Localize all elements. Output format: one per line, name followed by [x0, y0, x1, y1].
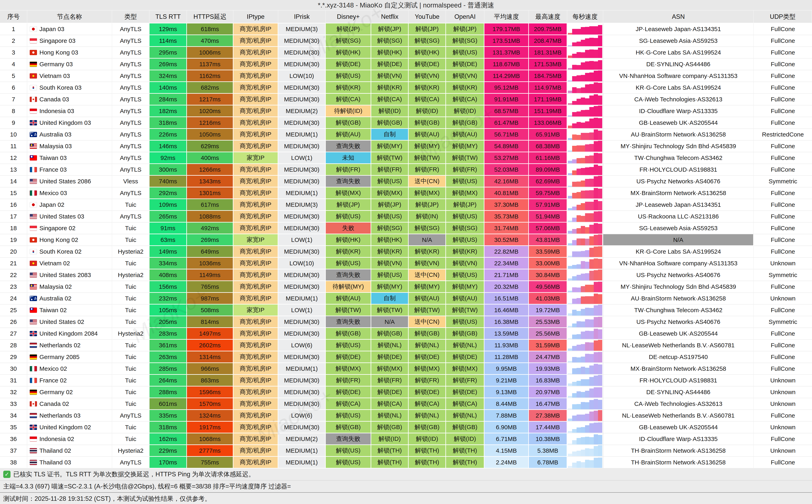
- speed-bar: [572, 416, 576, 421]
- cell-https-latency: 1497ms: [187, 328, 234, 340]
- cell-ip-type: 商宽/机房IP: [234, 398, 278, 410]
- cell-disney: 解锁(US): [326, 211, 371, 223]
- speed-bar: [576, 75, 581, 81]
- cell-speed-chart: [567, 398, 603, 410]
- speed-bar: [572, 368, 576, 374]
- cell-node-name: France 03: [27, 164, 112, 176]
- table-row: 35United Kingdom 02Tuic318ms1917ms商宽/机房I…: [0, 422, 812, 433]
- country-flag-icon: [30, 284, 37, 289]
- node-name-label: United States 02: [39, 318, 84, 325]
- cell-index: 30: [0, 363, 27, 375]
- cell-ip-risk: MEDIUM(30): [278, 386, 326, 398]
- cell-node-name: Canada 03: [27, 94, 112, 105]
- table-row: 28Netherlands 02Tuic361ms2602ms商宽/机房IPLO…: [0, 340, 812, 351]
- cell-disney: 解锁(TW): [326, 304, 371, 316]
- cell-youtube: 解锁(FR): [409, 375, 446, 386]
- cell-tls-rtt: 334ms: [149, 258, 187, 269]
- table-row: 30Mexico 02Tuic285ms966ms商宽/机房IPMEDIUM(1…: [0, 363, 812, 375]
- cell-index: 38: [0, 457, 27, 468]
- speed-bar: [581, 332, 585, 339]
- cell-max-speed: 16.47MB: [529, 398, 567, 410]
- cell-youtube: 解锁(AU): [409, 129, 446, 141]
- cell-index: 5: [0, 70, 27, 82]
- cell-ip-risk: MEDIUM(30): [278, 94, 326, 105]
- cell-udp-type: FullCone: [754, 187, 812, 199]
- table-row: 20South Korea 02Hysteria2149ms649ms商宽/机房…: [0, 246, 812, 258]
- cell-index: 8: [0, 105, 27, 117]
- speed-bar: [598, 422, 602, 433]
- col-header-netflix: Netflix: [371, 10, 409, 23]
- speed-bar: [598, 141, 602, 152]
- speed-bar: [576, 391, 581, 398]
- cell-udp-type: FullCone: [754, 340, 812, 351]
- table-row: 37Thailand 02Hysteria2229ms2777ms商宽/机房IP…: [0, 445, 812, 457]
- cell-youtube: 解锁(KR): [409, 82, 446, 94]
- cell-disney: 解锁(US): [326, 410, 371, 422]
- cell-ip-risk: MEDIUM(1): [278, 187, 326, 199]
- cell-asn: DE·SYNLINQ·AS44486: [603, 59, 754, 70]
- cell-avg-speed: 16.46MB: [484, 304, 529, 316]
- speed-bar: [572, 29, 576, 35]
- cell-asn: MX·BrainStorm Network·AS136258: [603, 363, 754, 375]
- node-name-label: Vietnam 02: [39, 260, 70, 267]
- cell-max-speed: 114.97MB: [529, 82, 567, 94]
- speed-bar: [572, 404, 576, 409]
- cell-ip-risk: MEDIUM(3): [278, 23, 326, 35]
- cell-youtube: 解锁(JP): [409, 199, 446, 211]
- cell-speed-chart: [567, 164, 603, 176]
- speed-bar: [572, 207, 576, 210]
- cell-openai: 解锁(SG): [446, 35, 484, 47]
- cell-speed-chart: [567, 59, 603, 70]
- col-header-avg: 平均速度: [484, 10, 529, 23]
- cell-max-speed: 68.38MB: [529, 141, 567, 152]
- cell-avg-speed: 56.71MB: [484, 129, 529, 141]
- cell-ip-risk: MEDIUM(30): [278, 398, 326, 410]
- cell-netflix: 解锁(US): [371, 176, 409, 187]
- cell-ip-type: 商宽/机房IP: [234, 422, 278, 433]
- country-flag-icon: [30, 50, 37, 55]
- speed-bar: [594, 399, 598, 409]
- cell-ip-type: 商宽/机房IP: [234, 176, 278, 187]
- cell-youtube: 解锁(GB): [409, 117, 446, 129]
- speed-bar: [576, 275, 581, 280]
- cell-udp-type: Symmetric: [754, 316, 812, 328]
- speed-bar: [594, 211, 598, 222]
- country-flag-icon: [30, 144, 37, 149]
- cell-udp-type: Unknown: [754, 386, 812, 398]
- table-row: 11Malaysia 03AnyTLS146ms629ms商宽/机房IPMEDI…: [0, 141, 812, 152]
- cell-node-name: United Kingdom 2084: [27, 328, 112, 340]
- cell-disney: 查询失败: [326, 176, 371, 187]
- cell-type: AnyTLS: [112, 94, 149, 105]
- cell-disney: 解锁(CA): [326, 94, 371, 105]
- cell-openai: 解锁(MY): [446, 281, 484, 293]
- cell-speed-chart: [567, 457, 603, 468]
- cell-ip-type: 商宽/机房IP: [234, 94, 278, 105]
- cell-avg-speed: 2.24MB: [484, 457, 529, 468]
- speed-bar: [594, 387, 598, 398]
- speed-bar: [589, 107, 593, 117]
- table-row: 5Vietnam 03AnyTLS324ms1162ms商宽/机房IPLOW(1…: [0, 70, 812, 82]
- cell-https-latency: 987ms: [187, 293, 234, 304]
- cell-udp-type: FullCone: [754, 105, 812, 117]
- country-flag-icon: [30, 97, 37, 102]
- cell-youtube: 解锁(DE): [409, 59, 446, 70]
- cell-index: 31: [0, 375, 27, 386]
- speed-bar: [572, 276, 576, 280]
- speed-bar: [576, 357, 581, 362]
- speed-bar: [594, 82, 598, 93]
- country-flag-icon: [30, 155, 37, 161]
- cell-asn: CA·iWeb Technologies·AS32613: [603, 94, 754, 105]
- cell-disney: 解锁(KR): [326, 246, 371, 258]
- cell-openai: 解锁(VN): [446, 70, 484, 82]
- cell-netflix: 解锁(US): [371, 269, 409, 281]
- cell-tls-rtt: 109ms: [149, 199, 187, 211]
- cell-openai: 解锁(AU): [446, 293, 484, 304]
- cell-type: Hysteria2: [112, 269, 149, 281]
- speed-bar: [568, 349, 572, 351]
- speed-bar: [576, 321, 581, 327]
- cell-tls-rtt: 318ms: [149, 117, 187, 129]
- cell-speed-chart: [567, 304, 603, 316]
- cell-tls-rtt: 129ms: [149, 23, 187, 35]
- cell-tls-rtt: 269ms: [149, 59, 187, 70]
- cell-ip-risk: MEDIUM(30): [278, 82, 326, 94]
